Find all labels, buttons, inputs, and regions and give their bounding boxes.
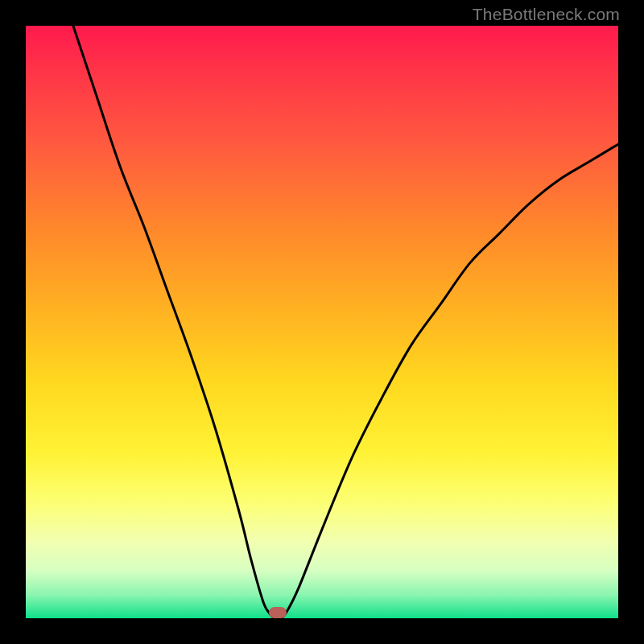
attribution-text: TheBottleneck.com <box>473 5 620 24</box>
plot-area <box>26 26 618 618</box>
bottleneck-curve <box>73 26 618 619</box>
chart-frame: TheBottleneck.com <box>0 0 644 644</box>
optimum-marker <box>269 607 287 618</box>
curve-layer <box>26 26 618 618</box>
